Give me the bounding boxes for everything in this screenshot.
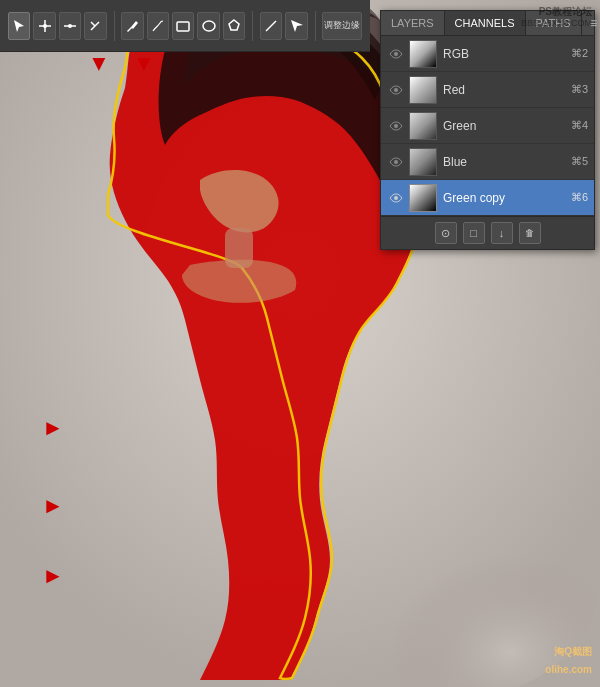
channel-shortcut-red: ⌘3 <box>571 83 588 96</box>
separator-3 <box>315 11 316 41</box>
select-tool-btn[interactable] <box>8 12 30 40</box>
refine-edge-btn[interactable]: 调整边缘 <box>322 12 362 40</box>
channel-shortcut-green: ⌘4 <box>571 119 588 132</box>
remove-anchor-btn[interactable] <box>59 12 81 40</box>
rect-select-btn[interactable] <box>172 12 194 40</box>
toolbar: 调整边缘 <box>0 0 370 52</box>
side-arrow-2: ► <box>42 493 64 519</box>
svg-point-6 <box>203 21 215 31</box>
new-channel-btn[interactable]: ↓ <box>491 222 513 244</box>
toolbar-arrow-2: ▲ <box>133 52 155 78</box>
svg-rect-5 <box>177 22 189 31</box>
add-anchor-btn[interactable] <box>33 12 55 40</box>
eye-icon-red[interactable] <box>387 81 405 99</box>
toolbar-arrow-1: ▲ <box>88 52 110 78</box>
channel-thumb-blue <box>409 148 437 176</box>
canvas-area: 调整边缘 ▲ ▲ ► ► ► LAYERS CHANNELS PATHS ≡ <box>0 0 600 687</box>
watermark-brand2: olihe.com <box>545 664 592 675</box>
channel-name-green-copy: Green copy <box>443 191 567 205</box>
eye-icon-green[interactable] <box>387 117 405 135</box>
channel-row-rgb[interactable]: RGB ⌘2 <box>381 36 594 72</box>
channel-name-blue: Blue <box>443 155 567 169</box>
svg-point-9 <box>394 88 398 92</box>
dotted-circle-btn[interactable]: ⊙ <box>435 222 457 244</box>
channels-panel: LAYERS CHANNELS PATHS ≡ RGB ⌘2 <box>380 10 595 250</box>
channel-name-rgb: RGB <box>443 47 567 61</box>
eye-icon-blue[interactable] <box>387 153 405 171</box>
svg-point-10 <box>394 124 398 128</box>
channel-shortcut-green-copy: ⌘6 <box>571 191 588 204</box>
separator-2 <box>252 11 253 41</box>
svg-point-3 <box>43 24 47 28</box>
eye-icon-green-copy[interactable] <box>387 189 405 207</box>
channel-row-green-copy[interactable]: Green copy ⌘6 <box>381 180 594 216</box>
watermark-site: PS教程论坛 <box>539 5 592 19</box>
channel-name-green: Green <box>443 119 567 133</box>
tab-layers[interactable]: LAYERS <box>381 11 445 35</box>
svg-point-4 <box>68 24 72 28</box>
channel-thumb-rgb <box>409 40 437 68</box>
delete-channel-btn[interactable]: 🗑 <box>519 222 541 244</box>
separator-1 <box>114 11 115 41</box>
channel-row-red[interactable]: Red ⌘3 <box>381 72 594 108</box>
svg-rect-2 <box>225 228 253 268</box>
channel-thumb-green <box>409 112 437 140</box>
convert-point-btn[interactable] <box>84 12 106 40</box>
eye-icon-rgb[interactable] <box>387 45 405 63</box>
line-tool-btn[interactable] <box>260 12 282 40</box>
svg-point-12 <box>394 196 398 200</box>
channel-row-green[interactable]: Green ⌘4 <box>381 108 594 144</box>
channel-thumb-green-copy <box>409 184 437 212</box>
panel-bottom-toolbar: ⊙ □ ↓ 🗑 <box>381 216 594 249</box>
freeform-pen-btn[interactable] <box>147 12 169 40</box>
svg-point-8 <box>394 52 398 56</box>
channel-shortcut-rgb: ⌘2 <box>571 47 588 60</box>
watermark-url: BBS.16XX8.COM <box>521 18 592 28</box>
pen-tool-btn[interactable] <box>121 12 143 40</box>
svg-point-11 <box>394 160 398 164</box>
mask-channel-btn[interactable]: □ <box>463 222 485 244</box>
channel-row-blue[interactable]: Blue ⌘5 <box>381 144 594 180</box>
side-arrow-1: ► <box>42 415 64 441</box>
side-arrow-3: ► <box>42 563 64 589</box>
arrow-select-btn[interactable] <box>285 12 307 40</box>
polygon-select-btn[interactable] <box>223 12 245 40</box>
svg-line-7 <box>266 21 276 31</box>
channel-name-red: Red <box>443 83 567 97</box>
ellipse-select-btn[interactable] <box>197 12 219 40</box>
tab-channels[interactable]: CHANNELS <box>445 11 526 35</box>
channel-thumb-red <box>409 76 437 104</box>
channel-shortcut-blue: ⌘5 <box>571 155 588 168</box>
watermark-brand1: 淘Q截图 <box>554 645 592 659</box>
